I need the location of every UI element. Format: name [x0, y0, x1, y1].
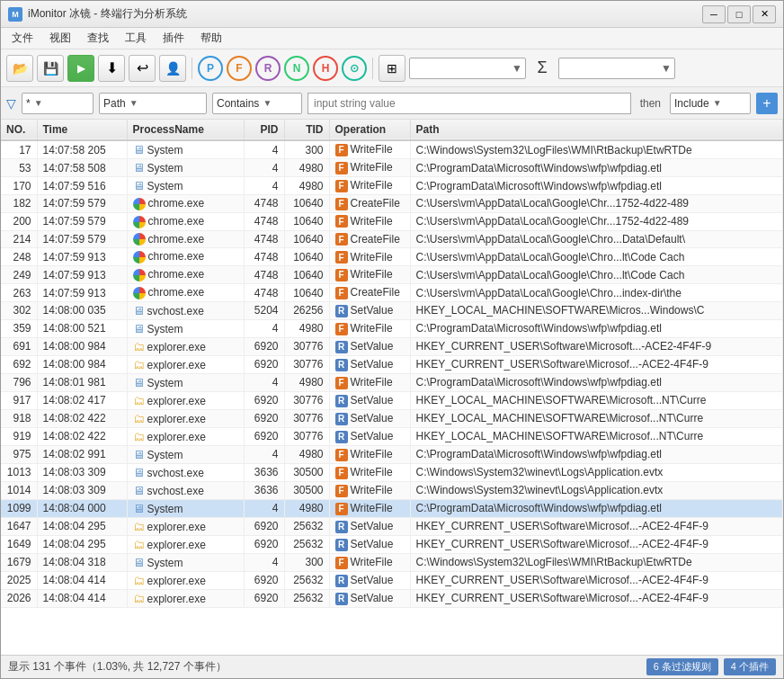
close-button[interactable]: ✕ — [753, 5, 776, 23]
table-row[interactable]: 917 14:08:02 417 🗂explorer.exe 6920 3077… — [1, 391, 783, 409]
cell-op: FWriteFile — [329, 212, 410, 230]
table-row[interactable]: 692 14:08:00 984 🗂explorer.exe 6920 3077… — [1, 355, 783, 373]
cell-path: C:\ProgramData\Microsoft\Windows\wfp\wfp… — [410, 159, 783, 177]
col-header-procname[interactable]: ProcessName — [127, 120, 244, 140]
process-filter-input[interactable] — [410, 60, 509, 76]
cell-op: RSetValue — [329, 409, 410, 427]
table-row[interactable]: 691 14:08:00 984 🗂explorer.exe 6920 3077… — [1, 337, 783, 355]
status-badges: 6 条过滤规则 4 个插件 — [646, 658, 776, 675]
p-circle-button[interactable]: P — [198, 56, 223, 81]
cell-tid: 30776 — [284, 391, 329, 409]
table-row[interactable]: 1679 14:08:04 318 🖥System 4 300 FWriteFi… — [1, 553, 783, 571]
condition-combo[interactable]: Contains ▼ — [212, 93, 302, 114]
menu-tools[interactable]: 工具 — [118, 29, 154, 48]
table-row[interactable]: 796 14:08:01 981 🖥System 4 4980 FWriteFi… — [1, 373, 783, 391]
maximize-button[interactable]: □ — [727, 5, 751, 23]
menu-plugins[interactable]: 插件 — [156, 29, 192, 48]
events-table: NO. Time ProcessName PID TID Operation P… — [1, 120, 783, 608]
cell-tid: 300 — [284, 140, 329, 159]
filter-bar: ▽ * ▼ Path ▼ Contains ▼ then Include ▼ + — [1, 87, 783, 120]
table-row[interactable]: 214 14:07:59 579 chrome.exe 4748 10640 F… — [1, 230, 783, 248]
cell-proc: 🗂explorer.exe — [127, 355, 244, 373]
cell-pid: 3636 — [244, 463, 284, 481]
cell-no: 919 — [1, 427, 37, 445]
cell-no: 692 — [1, 355, 37, 373]
condition-arrow[interactable]: ▼ — [263, 98, 272, 108]
play-button[interactable]: ▶ — [67, 55, 94, 82]
save-button[interactable]: 💾 — [37, 55, 64, 82]
filter-icon[interactable]: ▽ — [6, 96, 16, 111]
open-folder-button[interactable]: 📂 — [6, 55, 33, 82]
process-filter-arrow[interactable]: ▼ — [509, 62, 525, 75]
field-combo[interactable]: Path ▼ — [99, 93, 207, 114]
cell-proc: 🖥svchost.exe — [127, 463, 244, 481]
menu-view[interactable]: 视图 — [42, 29, 78, 48]
grid-button[interactable]: ⊞ — [379, 55, 405, 82]
col-header-time[interactable]: Time — [37, 120, 127, 140]
col-header-operation[interactable]: Operation — [329, 120, 410, 140]
table-row[interactable]: 53 14:07:58 508 🖥System 4 4980 FWriteFil… — [1, 159, 783, 177]
minimize-button[interactable]: ─ — [702, 5, 726, 23]
table-row[interactable]: 975 14:08:02 991 🖥System 4 4980 FWriteFi… — [1, 445, 783, 463]
col-header-tid[interactable]: TID — [284, 120, 329, 140]
cell-path: C:\Windows\System32\LogFiles\WMI\RtBacku… — [410, 140, 783, 159]
table-row[interactable]: 182 14:07:59 579 chrome.exe 4748 10640 F… — [1, 195, 783, 213]
table-row[interactable]: 249 14:07:59 913 chrome.exe 4748 10640 F… — [1, 266, 783, 284]
cell-path: C:\ProgramData\Microsoft\Windows\wfp\wfp… — [410, 373, 783, 391]
table-row[interactable]: 263 14:07:59 913 chrome.exe 4748 10640 F… — [1, 284, 783, 302]
table-row[interactable]: 302 14:08:00 035 🖥svchost.exe 5204 26256… — [1, 301, 783, 319]
table-row[interactable]: 170 14:07:59 516 🖥System 4 4980 FWriteFi… — [1, 177, 783, 195]
table-row[interactable]: 919 14:08:02 422 🗂explorer.exe 6920 3077… — [1, 427, 783, 445]
cell-tid: 30500 — [284, 463, 329, 481]
r-circle-button[interactable]: R — [255, 56, 281, 81]
h-circle-button[interactable]: H — [313, 56, 338, 81]
action-combo[interactable]: Include ▼ — [670, 93, 751, 114]
menu-help[interactable]: 帮助 — [193, 29, 229, 48]
cell-pid: 4 — [244, 140, 284, 159]
f-circle-button[interactable]: F — [227, 56, 252, 81]
table-row[interactable]: 1013 14:08:03 309 🖥svchost.exe 3636 3050… — [1, 463, 783, 481]
add-filter-button[interactable]: + — [756, 93, 778, 114]
undo-button[interactable]: ↩ — [129, 55, 156, 82]
cell-pid: 4748 — [244, 212, 284, 230]
user-button[interactable]: 👤 — [159, 55, 186, 82]
table-row[interactable]: 248 14:07:59 913 chrome.exe 4748 10640 F… — [1, 248, 783, 266]
process-filter-combo[interactable]: ▼ — [409, 58, 526, 79]
menu-bar: 文件 视图 查找 工具 插件 帮助 — [1, 28, 783, 49]
menu-file[interactable]: 文件 — [4, 29, 40, 48]
stats-arrow[interactable]: ▼ — [658, 62, 674, 75]
table-row[interactable]: 918 14:08:02 422 🗂explorer.exe 6920 3077… — [1, 409, 783, 427]
menu-find[interactable]: 查找 — [80, 29, 116, 48]
table-row[interactable]: 2026 14:08:04 414 🗂explorer.exe 6920 256… — [1, 589, 783, 607]
stats-input[interactable] — [559, 60, 658, 76]
cell-pid: 4 — [244, 177, 284, 195]
col-header-no[interactable]: NO. — [1, 120, 37, 140]
cell-time: 14:08:00 521 — [37, 319, 127, 337]
col-header-path[interactable]: Path — [410, 120, 783, 140]
filter-value-input[interactable] — [307, 93, 631, 114]
table-row[interactable]: 2025 14:08:04 414 🗂explorer.exe 6920 256… — [1, 571, 783, 589]
wildcard-combo[interactable]: * ▼ — [22, 93, 94, 114]
table-row[interactable]: 1099 14:08:04 000 🖥System 4 4980 FWriteF… — [1, 499, 783, 517]
table-row[interactable]: 1649 14:08:04 295 🗂explorer.exe 6920 256… — [1, 535, 783, 553]
stats-combo[interactable]: ▼ — [558, 58, 675, 79]
table-row[interactable]: 1014 14:08:03 309 🖥svchost.exe 3636 3050… — [1, 481, 783, 499]
wildcard-arrow[interactable]: ▼ — [34, 98, 43, 108]
download-button[interactable]: ⬇ — [98, 55, 125, 82]
cell-no: 918 — [1, 409, 37, 427]
table-row[interactable]: 17 14:07:58 205 🖥System 4 300 FWriteFile… — [1, 140, 783, 159]
sigma-button[interactable]: Σ — [530, 56, 555, 81]
status-text: 显示 131 个事件（1.03%, 共 12,727 个事件） — [8, 659, 227, 675]
cell-path: HKEY_CURRENT_USER\Software\Microsoft...-… — [410, 337, 783, 355]
o-circle-button[interactable]: ⊙ — [342, 56, 367, 81]
n-circle-button[interactable]: N — [284, 56, 309, 81]
col-header-pid[interactable]: PID — [244, 120, 284, 140]
table-row[interactable]: 1647 14:08:04 295 🗂explorer.exe 6920 256… — [1, 517, 783, 535]
cell-tid: 4980 — [284, 159, 329, 177]
cell-pid: 4 — [244, 445, 284, 463]
table-row[interactable]: 200 14:07:59 579 chrome.exe 4748 10640 F… — [1, 212, 783, 230]
cell-no: 1649 — [1, 535, 37, 553]
action-arrow[interactable]: ▼ — [713, 98, 722, 108]
field-arrow[interactable]: ▼ — [129, 98, 138, 108]
table-row[interactable]: 359 14:08:00 521 🖥System 4 4980 FWriteFi… — [1, 319, 783, 337]
